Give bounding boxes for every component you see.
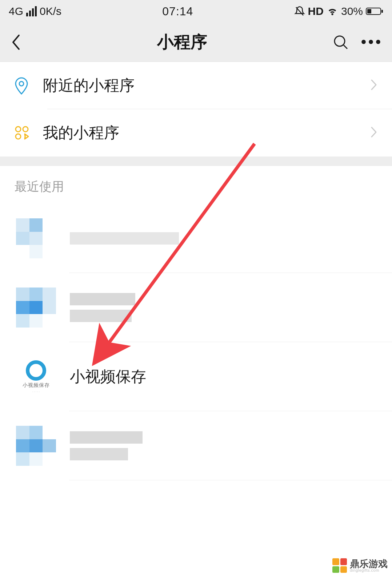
app-name: 小视频保存 — [70, 366, 392, 387]
svg-point-5 — [19, 82, 24, 86]
hd-label: HD — [308, 5, 324, 17]
menu-mine-label: 我的小程序 — [43, 123, 370, 143]
wifi-icon — [327, 5, 338, 17]
list-item[interactable] — [0, 204, 392, 273]
section-gap — [0, 156, 392, 166]
status-bar: 4G 0K/s 07:14 HD 30% — [0, 0, 392, 23]
app-avatar-video-save: 小视频保存 · · · · · — [16, 357, 56, 397]
battery-percent: 30% — [341, 5, 363, 17]
status-right: HD 30% — [294, 5, 383, 17]
watermark-logo-icon — [332, 558, 347, 573]
svg-rect-2 — [367, 9, 371, 13]
svg-line-4 — [344, 45, 347, 49]
avatar-subcaption: · · · · · — [32, 390, 40, 393]
screen: 4G 0K/s 07:14 HD 30% 小程序 — [0, 0, 392, 575]
grid-icon — [14, 125, 43, 141]
svg-rect-1 — [381, 10, 383, 13]
nav-header: 小程序 ••• — [0, 23, 392, 62]
status-left: 4G 0K/s — [9, 5, 61, 17]
page-title: 小程序 — [33, 31, 332, 53]
app-name-blurred — [70, 232, 392, 245]
signal-icon — [26, 6, 37, 16]
watermark-domain: dinglegifts.com — [350, 568, 388, 572]
recent-list: 小视频保存 · · · · · 小视频保存 — [0, 204, 392, 480]
app-avatar — [16, 426, 56, 466]
avatar-caption: 小视频保存 — [23, 382, 50, 389]
chevron-right-icon — [370, 79, 377, 92]
search-button[interactable] — [332, 33, 350, 51]
svg-point-3 — [335, 36, 345, 46]
watermark: 鼎乐游戏 dinglegifts.com — [332, 558, 388, 573]
menu-nearby-label: 附近的小程序 — [43, 75, 370, 96]
list-item[interactable] — [0, 411, 392, 480]
app-avatar — [16, 288, 56, 328]
recent-title: 最近使用 — [0, 166, 392, 204]
data-rate: 0K/s — [40, 5, 61, 17]
chevron-right-icon — [370, 126, 377, 140]
list-item-video-save[interactable]: 小视频保存 · · · · · 小视频保存 — [0, 342, 392, 411]
svg-point-6 — [16, 127, 21, 132]
more-icon: ••• — [361, 34, 383, 50]
menu-nearby[interactable]: 附近的小程序 — [0, 62, 392, 109]
ring-icon — [26, 360, 46, 381]
svg-point-7 — [23, 127, 28, 132]
search-icon — [333, 34, 349, 50]
menu-mine[interactable]: 我的小程序 — [0, 109, 392, 156]
app-name-blurred — [70, 293, 392, 322]
menu-section: 附近的小程序 我的小程序 — [0, 62, 392, 156]
more-button[interactable]: ••• — [363, 33, 381, 51]
list-item[interactable] — [0, 273, 392, 342]
back-button[interactable] — [11, 31, 33, 53]
watermark-brand: 鼎乐游戏 — [350, 559, 388, 568]
header-actions: ••• — [332, 33, 381, 51]
mute-icon — [294, 6, 305, 17]
battery-icon — [366, 7, 383, 16]
status-time: 07:14 — [61, 5, 294, 18]
app-name-blurred — [70, 431, 392, 460]
network-type: 4G — [9, 5, 23, 17]
chevron-left-icon — [11, 34, 21, 51]
location-icon — [14, 76, 43, 95]
app-avatar — [16, 218, 56, 258]
svg-point-8 — [16, 134, 21, 139]
